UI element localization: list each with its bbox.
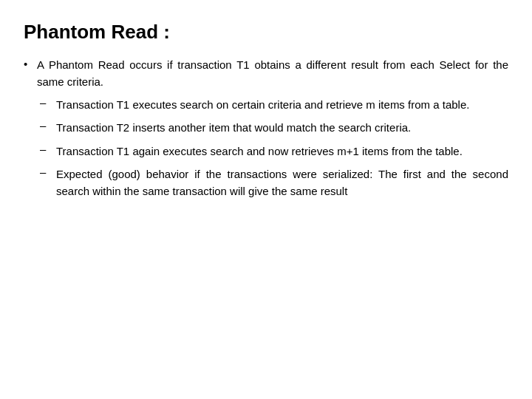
sub-item-1: – Transaction T2 inserts another item th… [40, 119, 508, 136]
sub-text-2: Transaction T1 again executes search and… [56, 143, 463, 160]
sub-dash-3: – [40, 166, 56, 178]
slide-title: Phantom Read : [24, 21, 508, 44]
bullet-dot: • [24, 58, 37, 70]
content-area: • A Phantom Read occurs if transaction T… [24, 57, 508, 204]
sub-dash-0: – [40, 96, 56, 109]
sub-text-1: Transaction T2 inserts another item that… [56, 119, 411, 136]
sub-item-2: – Transaction T1 again executes search a… [40, 143, 508, 160]
main-bullet-text: A Phantom Read occurs if transaction T1 … [37, 57, 508, 90]
sub-dash-2: – [40, 143, 56, 155]
main-bullet-item: • A Phantom Read occurs if transaction T… [24, 57, 508, 90]
sub-text-3: Expected (good) behavior if the transact… [56, 166, 508, 200]
sub-dash-1: – [40, 119, 56, 132]
sub-items-list: – Transaction T1 executes search on cert… [40, 96, 508, 204]
sub-text-0: Transaction T1 executes search on certai… [56, 96, 469, 113]
sub-item-0: – Transaction T1 executes search on cert… [40, 96, 508, 113]
slide-container: Phantom Read : • A Phantom Read occurs i… [0, 0, 532, 399]
sub-item-3: – Expected (good) behavior if the transa… [40, 166, 508, 200]
